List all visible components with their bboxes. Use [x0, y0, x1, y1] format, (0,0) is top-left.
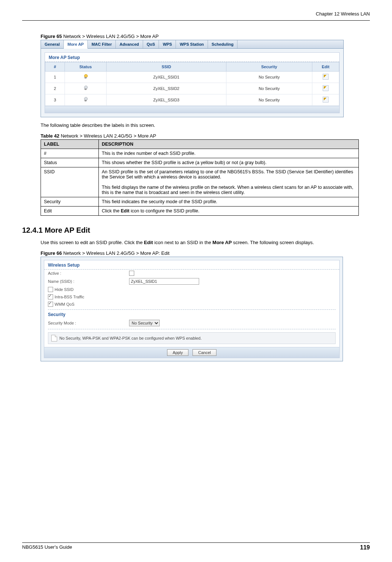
row-status	[65, 83, 107, 94]
more-ap-bold: More AP	[212, 240, 232, 245]
row-security: No Security	[226, 72, 312, 83]
wmm-qos-checkbox[interactable]	[48, 302, 53, 307]
table-row: 1ZyXEL_SSID1No Security	[45, 72, 339, 83]
name-ssid-input[interactable]	[129, 278, 199, 285]
name-ssid-label: Name (SSID) :	[48, 279, 129, 284]
row-index: 1	[45, 72, 65, 83]
tab-advanced[interactable]: Advanced	[116, 40, 143, 48]
intra-bss-checkbox[interactable]	[48, 294, 53, 299]
chapter-header: Chapter 12 Wireless LAN	[22, 11, 370, 18]
security-title: Security	[44, 311, 339, 319]
tab-strip: GeneralMore APMAC FilterAdvancedQoSWPSWP…	[41, 40, 343, 49]
bulb-icon	[83, 86, 88, 91]
column-header: #	[45, 62, 65, 72]
table-row: StatusThis shows whether the SSID profil…	[41, 158, 359, 167]
security-mode-label: Security Mode :	[48, 321, 129, 325]
tab-wps-station[interactable]: WPS Station	[176, 40, 208, 48]
paragraph-text: icon next to an SSID in the	[153, 240, 212, 245]
table-row: EditClick the Edit icon to configure the…	[41, 207, 359, 216]
edit-icon[interactable]	[323, 74, 329, 80]
desc-text: This shows whether the SSID profile is a…	[99, 158, 359, 167]
more-ap-setup-title: More AP Setup	[45, 53, 339, 62]
figure-65-caption: Figure 65 Network > Wireless LAN 2.4G/5G…	[41, 34, 359, 39]
table-row: 2ZyXEL_SSID2No Security	[45, 83, 339, 94]
figure-66-panel: Wireless Setup Active : Name (SSID) : Hi…	[41, 257, 343, 361]
column-header: SSID	[107, 62, 226, 72]
figure-65-path: Network > Wireless LAN 2.4G/5G > More AP	[62, 34, 159, 39]
edit-icon[interactable]	[323, 97, 329, 103]
table-42-label: Table 42	[41, 133, 59, 139]
row-ssid: ZyXEL_SSID2	[107, 83, 226, 94]
desc-text: This is the index number of each SSID pr…	[99, 149, 359, 158]
paragraph-text: screen. The following screen displays.	[232, 240, 314, 245]
figure-66-caption: Figure 66 Network > Wireless LAN 2.4G/5G…	[41, 250, 359, 256]
edit-bold: Edit	[144, 240, 153, 245]
figure-66-label: Figure 66	[41, 250, 62, 256]
figure-66-path: Network > Wireless LAN 2.4G/5G > More AP…	[62, 250, 170, 256]
table-row: 3ZyXEL_SSID3No Security	[45, 94, 339, 106]
intra-bss-label: Intra-BSS Traffic	[55, 295, 84, 299]
tab-general[interactable]: General	[41, 40, 64, 48]
edit-icon[interactable]	[323, 85, 329, 91]
cancel-button[interactable]: Cancel	[192, 349, 216, 356]
desc-text: Click the Edit icon to configure the SSI…	[99, 207, 359, 216]
apply-button[interactable]: Apply	[167, 349, 188, 356]
table-42-header-description: DESCRIPTION	[99, 140, 359, 149]
column-header: Status	[65, 62, 107, 72]
hide-ssid-label: Hide SSID	[55, 287, 73, 292]
bulb-icon	[83, 97, 88, 102]
hide-ssid-checkbox[interactable]	[48, 287, 53, 292]
desc-text: An SSID profile is the set of parameters…	[99, 167, 359, 197]
table-row: SecurityThis field indicates the securit…	[41, 197, 359, 207]
tab-mac-filter[interactable]: MAC Filter	[88, 40, 116, 48]
note-icon	[51, 335, 57, 341]
section-12-4-1-heading: 12.4.1 More AP Edit	[22, 226, 359, 235]
column-header: Edit	[312, 62, 339, 72]
table-row: SSIDAn SSID profile is the set of parame…	[41, 167, 359, 197]
tab-wps[interactable]: WPS	[159, 40, 176, 48]
row-security: No Security	[226, 94, 312, 106]
row-security: No Security	[226, 83, 312, 94]
active-checkbox[interactable]	[129, 271, 134, 276]
wps-note-box: No Security, WPA-PSK and WPA2-PSK can be…	[48, 332, 336, 344]
column-header: Security	[226, 62, 312, 72]
security-mode-select[interactable]: No Security	[129, 320, 160, 326]
desc-text: This field indicates the security mode o…	[99, 197, 359, 207]
table-42-path: Network > Wireless LAN 2.4G/5G > More AP	[59, 133, 156, 139]
bulb-icon	[83, 74, 88, 79]
wmm-qos-label: WMM QoS	[55, 302, 74, 306]
table-42-header-label: LABEL	[41, 140, 99, 149]
tab-scheduling[interactable]: Scheduling	[208, 40, 237, 48]
row-status	[65, 94, 107, 106]
row-status	[65, 72, 107, 83]
paragraph-text: Use this screen to edit an SSID profile.…	[41, 240, 144, 245]
table-row: #This is the index number of each SSID p…	[41, 149, 359, 158]
wireless-setup-title: Wireless Setup	[44, 260, 339, 270]
active-label: Active :	[48, 271, 129, 275]
tab-more-ap[interactable]: More AP	[64, 40, 88, 49]
row-edit	[312, 94, 339, 106]
desc-label: #	[41, 149, 99, 158]
row-ssid: ZyXEL_SSID3	[107, 94, 226, 106]
desc-label: Status	[41, 158, 99, 167]
row-edit	[312, 72, 339, 83]
desc-label: SSID	[41, 167, 99, 197]
table-42: LABEL DESCRIPTION #This is the index num…	[41, 139, 359, 216]
wps-note-text: No Security, WPA-PSK and WPA2-PSK can be…	[59, 336, 202, 340]
figure-65-label: Figure 65	[41, 34, 62, 39]
row-index: 3	[45, 94, 65, 106]
desc-label: Edit	[41, 207, 99, 216]
row-index: 2	[45, 83, 65, 94]
figure-65-panel: GeneralMore APMAC FilterAdvancedQoSWPSWP…	[41, 40, 344, 117]
row-ssid: ZyXEL_SSID1	[107, 72, 226, 83]
intro-paragraph: The following table describes the labels…	[41, 122, 359, 128]
tab-qos[interactable]: QoS	[143, 40, 159, 48]
row-edit	[312, 83, 339, 94]
panel-bottom-bar	[45, 106, 339, 113]
table-42-caption: Table 42 Network > Wireless LAN 2.4G/5G …	[41, 133, 359, 139]
footer-page-number: 119	[360, 544, 370, 551]
more-ap-table: #StatusSSIDSecurityEdit 1ZyXEL_SSID1No S…	[45, 62, 339, 106]
desc-label: Security	[41, 197, 99, 207]
section-12-4-1-paragraph: Use this screen to edit an SSID profile.…	[41, 240, 359, 245]
footer-guide-name: NBG5615 User's Guide	[22, 544, 72, 551]
